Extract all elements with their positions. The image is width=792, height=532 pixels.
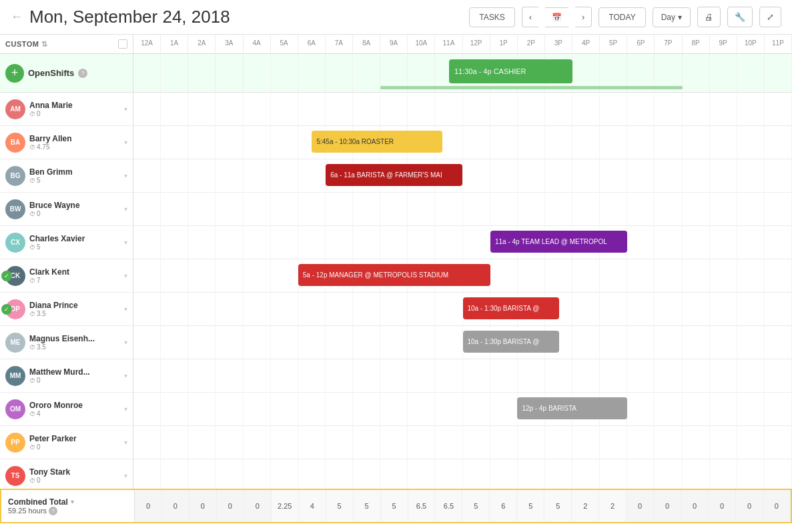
openshift-shift-block[interactable]: 11:30a - 4p CASHIER: [449, 59, 572, 83]
employee-info-matthew: MMMatthew Murd...⏱ 0▾: [0, 359, 133, 392]
avatar-charles: CX: [5, 233, 25, 253]
time-header-cell-8A: 8A: [353, 35, 380, 53]
employee-name-ororo: Ororo Monroe: [29, 401, 119, 410]
time-header-cell-10P: 10P: [737, 35, 765, 53]
time-header-cell-11P: 11P: [765, 35, 792, 53]
time-header-cell-3P: 3P: [545, 35, 572, 53]
time-header-cell-4P: 4P: [572, 35, 600, 53]
footer-cell-23: 0: [763, 490, 791, 522]
employee-name-peter: Peter Parker: [29, 434, 119, 443]
footer-cell-0: 0: [135, 490, 162, 522]
avatar-tony: TS: [5, 466, 25, 486]
employee-name-clark: Clark Kent: [29, 267, 119, 277]
time-header-cell-7A: 7A: [326, 35, 353, 53]
footer-cell-20: 0: [681, 490, 709, 522]
employee-dropdown-clark[interactable]: ▾: [124, 272, 127, 279]
time-header-cell-6A: 6A: [298, 35, 326, 53]
employee-grid-diana: 10a - 1:30p BARISTA @: [133, 293, 792, 325]
openshift-info: + OpenShifts ?: [0, 54, 133, 92]
footer-title: Combined Total: [8, 497, 68, 507]
employee-name-diana: Diana Prince: [29, 301, 119, 310]
footer-cell-8: 5: [354, 490, 381, 522]
time-header-cell-5P: 5P: [600, 35, 627, 53]
employee-dropdown-anna[interactable]: ▾: [124, 105, 127, 113]
employee-details-anna: Anna Marie⏱ 0: [29, 101, 119, 117]
column-header-custom[interactable]: CUSTOM ⇅: [0, 35, 133, 53]
employee-row-peter: PPPeter Parker⏱ 0▾: [0, 426, 792, 459]
footer-cell-19: 0: [654, 490, 681, 522]
shift-block-ben-0[interactable]: 6a - 11a BARISTA @ FARMER'S MAI: [326, 164, 462, 186]
employee-dropdown-diana[interactable]: ▾: [124, 305, 127, 313]
avatar-bruce: BW: [5, 199, 25, 219]
employee-dropdown-barry[interactable]: ▾: [124, 139, 127, 146]
employee-hours-anna: ⏱ 0: [29, 110, 119, 117]
footer-left: Combined Total ▾ 59.25 hours ?: [1, 490, 135, 522]
openshift-row: + OpenShifts ? 11:30a - 4p CASHIER: [0, 54, 792, 93]
time-cells-header: 12A1A2A3A4A5A6A7A8A9A10A11A12P1P2P3P4P5P…: [133, 35, 792, 53]
time-header-cell-1A: 1A: [161, 35, 188, 53]
employee-dropdown-tony[interactable]: ▾: [124, 472, 127, 479]
time-header-cell-2P: 2P: [518, 35, 545, 53]
footer-cell-7: 5: [326, 490, 354, 522]
openshift-icon: +: [5, 64, 24, 83]
expand-button[interactable]: ⤢: [759, 7, 781, 27]
shift-block-diana-0[interactable]: 10a - 1:30p BARISTA @: [463, 297, 559, 319]
day-dropdown-icon: ▾: [678, 13, 682, 22]
employee-dropdown-bruce[interactable]: ▾: [124, 205, 127, 213]
time-header-cell-2A: 2A: [188, 35, 216, 53]
openshift-label: OpenShifts: [28, 68, 74, 78]
time-header-cell-6P: 6P: [627, 35, 655, 53]
employee-dropdown-magnus[interactable]: ▾: [124, 339, 127, 346]
employee-row-matthew: MMMatthew Murd...⏱ 0▾: [0, 359, 792, 393]
employee-info-peter: PPPeter Parker⏱ 0▾: [0, 426, 133, 459]
prev-button[interactable]: ‹: [522, 7, 538, 27]
settings-button[interactable]: 🔧: [727, 7, 753, 27]
today-button[interactable]: TODAY: [599, 7, 645, 27]
footer-cell-21: 0: [709, 490, 736, 522]
footer-help-icon[interactable]: ?: [49, 507, 57, 515]
shift-block-ororo-0[interactable]: 12p - 4p BARISTA: [517, 397, 627, 419]
avatar-magnus: ME: [5, 333, 25, 353]
employee-dropdown-ben[interactable]: ▾: [124, 172, 127, 179]
tasks-button[interactable]: TASKS: [469, 7, 514, 27]
back-button[interactable]: ←: [11, 10, 23, 24]
print-button[interactable]: 🖨: [697, 7, 721, 27]
employee-dropdown-ororo[interactable]: ▾: [124, 405, 127, 413]
employee-hours-magnus: ⏱ 3.5: [29, 343, 119, 351]
day-view-button[interactable]: Day ▾: [653, 7, 691, 27]
checkbox-icon[interactable]: [118, 39, 127, 49]
footer-cell-1: 0: [162, 490, 189, 522]
employee-row-clark: ✓CKClark Kent⏱ 7▾5a - 12p MANAGER @ METR…: [0, 259, 792, 293]
footer-cell-6: 4: [299, 490, 326, 522]
employee-dropdown-matthew[interactable]: ▾: [124, 372, 127, 379]
openshift-help[interactable]: ?: [78, 69, 87, 78]
employee-info-diana: ✓DPDiana Prince⏱ 3.5▾: [0, 293, 133, 325]
employee-details-barry: Barry Allen⏱ 4.75: [29, 134, 119, 151]
footer-cell-15: 5: [544, 490, 572, 522]
employee-dropdown-peter[interactable]: ▾: [124, 439, 127, 446]
shift-block-clark-0[interactable]: 5a - 12p MANAGER @ METROPOLIS STADIUM: [298, 264, 490, 286]
employee-hours-clark: ⏱ 7: [29, 277, 119, 284]
employee-hours-matthew: ⏱ 0: [29, 377, 119, 384]
employee-grid-magnus: 10a - 1:30p BARISTA @: [133, 326, 792, 359]
employee-details-matthew: Matthew Murd...⏱ 0: [29, 367, 119, 384]
employee-hours-peter: ⏱ 0: [29, 443, 119, 451]
calendar-button[interactable]: 📅: [545, 7, 568, 27]
shift-block-charles-0[interactable]: 11a - 4p TEAM LEAD @ METROPOL: [490, 231, 627, 253]
shift-block-barry-0[interactable]: 5:45a - 10:30a ROASTER: [312, 131, 442, 153]
time-header-cell-9P: 9P: [710, 35, 737, 53]
header: ← Mon, September 24, 2018 TASKS ‹ 📅 › TO…: [0, 0, 792, 35]
footer-cell-18: 0: [627, 490, 654, 522]
next-button[interactable]: ›: [575, 7, 592, 27]
sort-icon: ⇅: [41, 40, 48, 49]
footer-cell-14: 5: [517, 490, 544, 522]
footer-dropdown[interactable]: ▾: [71, 498, 74, 505]
avatar-matthew: MM: [5, 366, 25, 386]
time-header-cell-7P: 7P: [655, 35, 682, 53]
employee-info-anna: AMAnna Marie⏱ 0▾: [0, 93, 133, 125]
employee-row-ben: BGBen Grimm⏱ 5▾6a - 11a BARISTA @ FARMER…: [0, 159, 792, 193]
employee-details-charles: Charles Xavier⏱ 5: [29, 234, 119, 251]
employee-dropdown-charles[interactable]: ▾: [124, 239, 127, 246]
employee-details-diana: Diana Prince⏱ 3.5: [29, 301, 119, 317]
shift-block-magnus-0[interactable]: 10a - 1:30p BARISTA @: [463, 331, 559, 353]
